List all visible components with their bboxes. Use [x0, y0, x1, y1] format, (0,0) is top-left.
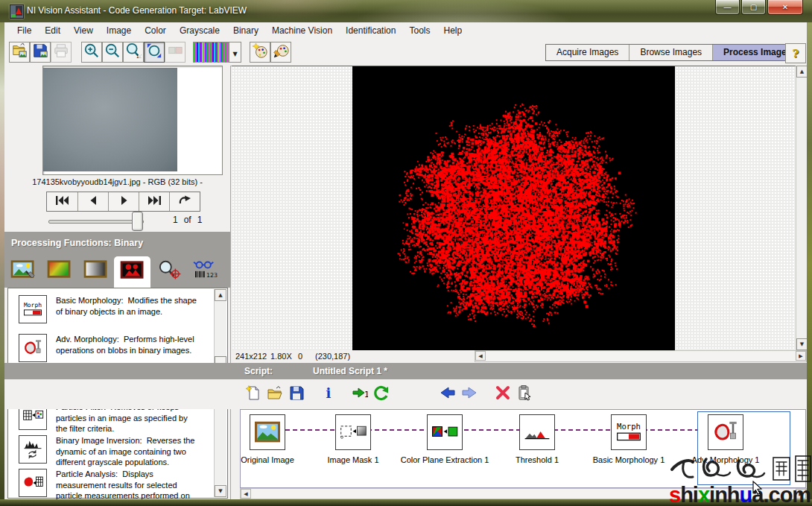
image-slider-track[interactable] — [48, 220, 144, 224]
compare-images-button[interactable] — [165, 42, 185, 63]
new-palette-button[interactable] — [250, 42, 270, 63]
tab-identification-icon: 123 — [193, 259, 218, 283]
scroll-right-icon[interactable]: ▶ — [796, 351, 806, 361]
open-script-button[interactable] — [264, 384, 285, 404]
image-slider-thumb[interactable] — [132, 212, 143, 231]
window-frame-right — [807, 22, 812, 506]
binary-particle-image[interactable] — [352, 66, 675, 350]
new-script-button[interactable] — [243, 384, 263, 404]
menu-view[interactable]: View — [67, 23, 100, 38]
menu-tools[interactable]: Tools — [402, 23, 437, 38]
maximize-button[interactable]: ▢ — [741, 0, 766, 15]
tab-machine-vision[interactable] — [150, 254, 187, 288]
zoom-1-1-button[interactable]: 1:1 — [123, 42, 144, 63]
menu-edit[interactable]: Edit — [38, 23, 67, 38]
menu-image[interactable]: Image — [100, 23, 138, 38]
function-adv-morphology[interactable]: Adv. Morphology: Performs high-level ope… — [8, 334, 200, 362]
script-header-bar: Script: Untitled Script 1 * — [4, 363, 807, 379]
viewer-vertical-scrollbar[interactable]: ▲ ▼ — [796, 66, 808, 350]
first-image-button[interactable] — [47, 192, 77, 211]
viewer-horizontal-scrollbar[interactable]: ◀ ▶ — [475, 350, 807, 362]
browse-images-button[interactable]: Browse Images — [629, 45, 712, 60]
status-zoom-level: 1.80X — [270, 352, 292, 361]
script-info-button[interactable]: i — [318, 384, 338, 404]
close-icon: ✕ — [782, 3, 788, 11]
tab-binary[interactable] — [114, 256, 150, 288]
main-toolbar: 1:1▼ Acquire ImagesBrowse ImagesProcess … — [4, 39, 807, 66]
zoom-to-fit-button[interactable] — [144, 42, 165, 63]
step-adv-morphology-1[interactable]: Adv. Morphology 1 — [670, 414, 781, 464]
menu-binary[interactable]: Binary — [226, 23, 265, 38]
print-image-button[interactable] — [51, 42, 72, 63]
palette-dropdown-button[interactable]: ▼ — [229, 42, 241, 63]
step-forward-button[interactable] — [459, 384, 479, 404]
print-image-icon — [53, 42, 69, 62]
svg-text:Morph: Morph — [24, 302, 42, 309]
step-back-button[interactable] — [437, 384, 457, 404]
scroll-down-icon[interactable]: ▼ — [796, 338, 808, 350]
position-total: 1 — [197, 215, 203, 225]
menu-grayscale[interactable]: Grayscale — [173, 23, 226, 38]
thumbnail-image[interactable] — [43, 68, 177, 171]
menu-identification[interactable]: Identification — [339, 23, 402, 38]
adv-morphology-icon — [19, 334, 47, 362]
scroll-right-icon[interactable]: ▶ — [796, 489, 806, 499]
save-image-button[interactable] — [30, 42, 51, 63]
tab-color[interactable] — [41, 254, 77, 288]
menu-color[interactable]: Color — [138, 23, 173, 38]
step-back-icon — [440, 385, 456, 404]
menu-bar: FileEditViewImageColorGrayscaleBinaryMac… — [4, 22, 807, 39]
paste-step-button[interactable] — [514, 384, 534, 404]
color-palette-button[interactable] — [193, 42, 229, 63]
minimize-button[interactable]: — — [715, 0, 740, 15]
tab-machine-vision-icon — [156, 259, 182, 283]
tab-image-icon — [10, 259, 36, 283]
menu-file[interactable]: File — [10, 23, 38, 38]
script-label: Script: — [244, 363, 273, 379]
scroll-left-icon[interactable]: ◀ — [475, 351, 486, 361]
run-loop-button[interactable] — [371, 384, 391, 404]
edit-palette-icon — [273, 42, 289, 62]
delete-step-button[interactable] — [492, 384, 513, 404]
save-script-button[interactable] — [286, 384, 306, 404]
next-image-button[interactable] — [108, 192, 139, 211]
scroll-down-icon[interactable]: ▼ — [215, 485, 226, 497]
particle-analysis-icon — [19, 469, 47, 497]
first-image-icon — [55, 195, 69, 209]
image-browser-panel: 174135kvobyyoudb14jgv1.jpg - RGB (32 bit… — [4, 66, 231, 499]
script-horizontal-scrollbar[interactable]: ◀ ▶ — [240, 488, 807, 499]
viewer-status-bar: 241x212 1.80X 0 (230,187) ◀ ▶ — [232, 350, 807, 363]
open-image-button[interactable] — [9, 42, 30, 63]
delete-step-icon — [495, 385, 511, 404]
function-basic-morphology[interactable]: MorphBasic Morphology: Modifies the shap… — [8, 295, 200, 323]
menu-help[interactable]: Help — [437, 23, 469, 38]
cycle-images-button[interactable] — [169, 192, 200, 211]
scroll-up-icon[interactable]: ▲ — [796, 66, 808, 78]
zoom-in-button[interactable] — [81, 42, 102, 63]
scroll-up-icon[interactable]: ▲ — [215, 289, 226, 301]
previous-image-button[interactable] — [77, 192, 108, 211]
tab-identification[interactable]: 123 — [187, 254, 223, 288]
maximize-icon: ▢ — [750, 3, 757, 11]
minimize-icon: — — [724, 3, 732, 11]
position-of: of — [184, 215, 191, 225]
scroll-left-icon[interactable]: ◀ — [241, 489, 251, 499]
image-filename: 174135kvobyyoudb14jgv1.jpg - RGB (32 bit… — [4, 177, 230, 186]
menu-machine-vision[interactable]: Machine Vision — [265, 23, 339, 38]
status-pixel-value: 0 — [298, 352, 302, 361]
step-basic-morphology-1[interactable]: MorphBasic Morphology 1 — [573, 414, 685, 464]
basic-morphology-icon: Morph — [611, 414, 647, 450]
zoom-out-button[interactable] — [102, 42, 123, 63]
last-image-button[interactable] — [139, 192, 169, 211]
zoom-1-1-icon: 1:1 — [125, 42, 142, 62]
next-image-icon — [117, 195, 131, 209]
function-binary-image-inversion[interactable]: Binary Image Inversion: Reverses the dyn… — [8, 435, 200, 468]
save-script-icon — [288, 385, 305, 404]
tab-grayscale[interactable] — [77, 254, 114, 288]
close-button[interactable]: ✕ — [767, 0, 803, 15]
run-once-button[interactable]: 1 — [349, 384, 369, 404]
edit-palette-button[interactable] — [270, 42, 291, 63]
help-button[interactable]: ? — [785, 43, 806, 63]
acquire-images-button[interactable]: Acquire Images — [546, 45, 629, 60]
tab-image[interactable] — [4, 254, 41, 288]
